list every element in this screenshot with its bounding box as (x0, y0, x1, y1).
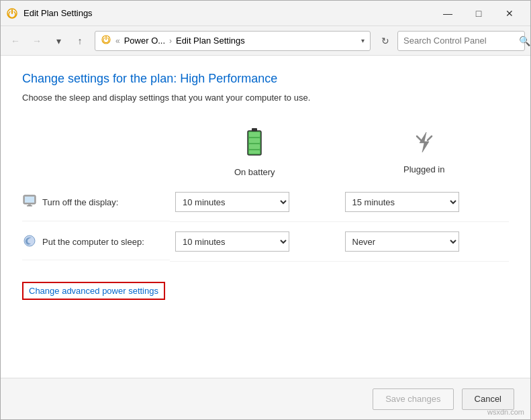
svg-rect-13 (28, 204, 31, 205)
svg-rect-3 (252, 128, 257, 132)
window-title: Edit Plan Settings (23, 8, 432, 18)
svg-marker-8 (420, 132, 429, 152)
main-window: Edit Plan Settings — □ ✕ ← → ▾ ↑ « Power… (0, 0, 531, 420)
sleep-pluggedin-select-container: 1 minute2 minutes3 minutes5 minutes10 mi… (340, 222, 510, 262)
footer: Save changes Cancel (1, 378, 530, 419)
display-pluggedin-select-container: 1 minute2 minutes3 minutes5 minutes10 mi… (340, 182, 510, 222)
display-pluggedin-select[interactable]: 1 minute2 minutes3 minutes5 minutes10 mi… (345, 192, 459, 212)
search-box[interactable]: 🔍 (397, 31, 525, 51)
svg-rect-14 (27, 205, 32, 207)
watermark: wsxdn.com (487, 408, 524, 416)
display-icon (22, 193, 37, 211)
sleep-pluggedin-select[interactable]: 1 minute2 minutes3 minutes5 minutes10 mi… (345, 231, 459, 252)
advanced-link-section: Change advanced power settings (22, 275, 509, 307)
minimize-button[interactable]: — (432, 1, 463, 26)
battery-icon (245, 127, 264, 163)
svg-rect-4 (249, 132, 260, 137)
svg-rect-7 (249, 150, 260, 154)
display-label-text: Turn off the display: (42, 197, 118, 207)
window-controls: — □ ✕ (432, 1, 525, 26)
title-bar: Edit Plan Settings — □ ✕ (1, 1, 530, 26)
search-icon: 🔍 (519, 36, 530, 46)
address-separator: « (115, 36, 120, 46)
sleep-label-text: Put the computer to sleep: (42, 237, 144, 247)
address-icon (101, 34, 111, 47)
battery-label: On battery (234, 167, 275, 177)
close-button[interactable]: ✕ (494, 1, 525, 26)
back-button[interactable]: ← (6, 32, 25, 50)
svg-line-10 (428, 136, 432, 140)
refresh-button[interactable]: ↻ (376, 32, 395, 50)
sleep-battery-select-container: 1 minute2 minutes3 minutes5 minutes10 mi… (170, 222, 340, 262)
toolbar: ← → ▾ ↑ « Power O... › Edit Plan Setting… (1, 26, 530, 56)
sleep-setting-label: Put the computer to sleep: (22, 224, 170, 260)
svg-line-9 (417, 136, 421, 140)
dropdown-button[interactable]: ▾ (49, 32, 68, 50)
sleep-icon (22, 233, 37, 250)
display-battery-select[interactable]: 1 minute2 minutes3 minutes5 minutes10 mi… (175, 192, 289, 212)
sleep-battery-select[interactable]: 1 minute2 minutes3 minutes5 minutes10 mi… (175, 231, 289, 252)
plug-icon (412, 129, 437, 160)
advanced-settings-link[interactable]: Change advanced power settings (22, 282, 165, 300)
svg-rect-6 (249, 144, 260, 149)
cancel-button[interactable]: Cancel (462, 388, 514, 410)
address-part1: Power O... (124, 36, 165, 46)
pluggedin-column-header: Plugged in (340, 124, 510, 180)
maximize-button[interactable]: □ (463, 1, 494, 26)
settings-grid: On battery Plugged in (22, 121, 509, 262)
address-dropdown-icon: ▾ (361, 37, 365, 44)
pluggedin-label: Plugged in (403, 164, 444, 174)
display-setting-label: Turn off the display: (22, 184, 170, 221)
address-part2: Edit Plan Settings (176, 36, 245, 46)
battery-column-header: On battery (170, 121, 340, 182)
window-icon (6, 7, 18, 19)
save-button[interactable]: Save changes (373, 388, 453, 410)
display-battery-select-container: 1 minute2 minutes3 minutes5 minutes10 mi… (170, 182, 340, 222)
up-button[interactable]: ↑ (70, 32, 89, 50)
address-bar[interactable]: « Power O... › Edit Plan Settings ▾ (95, 31, 371, 51)
page-title: Change settings for the plan: High Perfo… (22, 72, 509, 86)
search-input[interactable] (403, 36, 516, 46)
svg-rect-12 (25, 197, 34, 203)
content-area: Change settings for the plan: High Perfo… (1, 56, 530, 378)
forward-button[interactable]: → (28, 32, 46, 50)
page-desc: Choose the sleep and display settings th… (22, 93, 509, 103)
address-arrow: › (169, 36, 172, 46)
svg-rect-5 (249, 138, 260, 143)
